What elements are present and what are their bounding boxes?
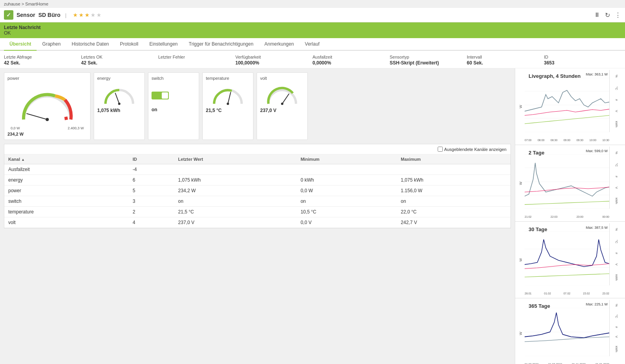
r-hash-4: # xyxy=(615,326,618,328)
stat-id: ID 3653 xyxy=(544,55,621,66)
r-temp-3: °C xyxy=(615,240,618,243)
table-header: Kanal ▲ ID Letzter Wert Minimum Maximum xyxy=(4,154,510,164)
chart-title-live: Livegraph, 4 Stunden xyxy=(529,73,581,79)
channels-table: Kanal ▲ ID Letzter Wert Minimum Maximum … xyxy=(4,154,510,228)
cell-maximum: 1,075 kWh xyxy=(397,175,510,186)
r-v-4: V xyxy=(615,336,618,338)
col-minimum[interactable]: Minimum xyxy=(297,154,397,164)
cell-letzter-wert: 237,0 V xyxy=(174,217,297,228)
y-axis-label-365tage: W xyxy=(519,332,523,335)
tab-graphen[interactable]: Graphen xyxy=(37,38,66,51)
tab-historische-daten[interactable]: Historische Daten xyxy=(66,38,115,51)
widget-temperature: temperature 21,5 °C xyxy=(202,72,253,140)
stat-intervall: Intervall 60 Sek. xyxy=(467,55,544,66)
svg-rect-29 xyxy=(525,231,609,285)
stat-ausfallzeit: Ausfallzeit 0,0000% xyxy=(312,55,390,66)
tab-anmerkungen[interactable]: Anmerkungen xyxy=(259,38,300,51)
cell-maximum: 242,7 V xyxy=(397,217,510,228)
r-hash-2: # xyxy=(615,176,618,177)
refresh-icon[interactable]: ↻ xyxy=(605,11,610,19)
r-pct-2: % xyxy=(615,151,618,154)
chart-svg-365tage: 200 150 xyxy=(525,308,609,356)
separator-icon: | xyxy=(65,12,66,18)
cell-kanal: Ausfallzeit xyxy=(4,164,129,175)
chart-max-30tage: Max: 387,5 W xyxy=(586,226,608,230)
chart-svg-live: 350 300 250 200 xyxy=(525,78,609,132)
hidden-channels-label[interactable]: Ausgeblendete Kanäle anzeigen xyxy=(438,147,507,152)
cell-letzter-wert: 21,5 °C xyxy=(174,207,297,217)
stat-letzte-abfrage: Letzte Abfrage 42 Sek. xyxy=(4,55,81,66)
stat-letzter-fehler: Letzter Fehler xyxy=(158,55,235,66)
tab-verlauf[interactable]: Verlauf xyxy=(300,38,325,51)
table-section: Ausgeblendete Kanäle anzeigen Kanal ▲ ID… xyxy=(4,144,511,228)
chart-livegraph: Livegraph, 4 Stunden Max: 363,1 W Min: 1… xyxy=(515,68,625,145)
chart-max-2tage: Max: 599,0 W xyxy=(586,149,608,153)
table-row: Ausfallzeit -4 xyxy=(4,164,510,175)
col-id[interactable]: ID xyxy=(129,154,174,164)
breadcrumb: zuhause > SmartHome xyxy=(0,0,625,8)
svg-rect-2 xyxy=(64,116,68,120)
tab-uebersicht[interactable]: Übersicht xyxy=(4,38,37,51)
r-pct-4: % xyxy=(615,304,618,307)
chart-svg-2tage: 600 400 200 100 xyxy=(525,154,609,209)
header-bar: ✓ Sensor SD Büro | ★ ★ ★ ★ ★ ⏸ ↻ ⋮ xyxy=(0,8,625,22)
table-row: power 5 234,2 W 0,0 W 1.156,0 W xyxy=(4,186,510,196)
svg-point-8 xyxy=(281,103,283,105)
volt-gauge xyxy=(260,82,304,108)
col-maximum[interactable]: Maximum xyxy=(397,154,510,164)
cell-minimum: on xyxy=(297,196,397,207)
svg-point-4 xyxy=(118,103,120,105)
widget-switch-title: switch xyxy=(152,76,196,81)
cell-kanal: energy xyxy=(4,175,129,186)
r-kwh-4: kWh xyxy=(615,346,618,352)
hidden-channels-text: Ausgeblendete Kanäle anzeigen xyxy=(444,147,507,152)
r-v-2: V xyxy=(615,187,618,189)
chart-svg-30tage: 300 200 100 xyxy=(525,231,609,285)
cell-id: 2 xyxy=(129,207,174,217)
star-2: ★ xyxy=(79,12,84,18)
tab-protokoll[interactable]: Protokoll xyxy=(115,38,144,51)
switch-value: on xyxy=(152,107,196,112)
tab-trigger[interactable]: Trigger für Benachrichtigungen xyxy=(183,38,259,51)
col-kanal[interactable]: Kanal ▲ xyxy=(4,154,129,164)
stats-row: Letzte Abfrage 42 Sek. Letztes OK 42 Sek… xyxy=(0,51,625,68)
cell-letzter-wert: 1,075 kWh xyxy=(174,175,297,186)
tab-einstellungen[interactable]: Einstellungen xyxy=(144,38,183,51)
widget-energy: energy 1,075 kWh xyxy=(94,72,145,140)
status-label: Letzte Nachricht xyxy=(4,25,621,30)
switch-toggle[interactable] xyxy=(152,92,169,99)
chart-title-365tage: 365 Tage xyxy=(529,303,550,309)
cell-id: 3 xyxy=(129,196,174,207)
status-value: OK xyxy=(4,30,621,36)
pause-icon[interactable]: ⏸ xyxy=(594,11,600,19)
gauge-labels: 0,0 W 2.400,3 W xyxy=(7,126,87,130)
energy-gauge xyxy=(97,82,141,108)
table-body: Ausfallzeit -4 energy 6 1,075 kWh 0 kWh … xyxy=(4,164,510,228)
chart-title-30tage: 30 Tage xyxy=(529,226,547,232)
right-label-volt: V xyxy=(615,110,618,112)
col-letzter-wert[interactable]: Letzter Wert xyxy=(174,154,297,164)
right-label-pct: % xyxy=(615,75,618,77)
cell-letzter-wert xyxy=(174,164,297,175)
right-label-kwh: kWh xyxy=(615,121,618,127)
volt-value: 237,0 V xyxy=(260,108,304,113)
r-temp-4: °C xyxy=(615,314,618,318)
chart-30tage: 30 Tage Max: 387,5 W Min: 110,8 W W % °C… xyxy=(515,222,625,298)
cell-maximum: 22,0 °C xyxy=(397,207,510,217)
cell-minimum xyxy=(297,164,397,175)
r-pct-3: % xyxy=(615,228,618,231)
table-row: volt 4 237,0 V 0,0 V 242,7 V xyxy=(4,217,510,228)
x-axis-live: 07:0008:0008:3009:0009:3010:0010:30 xyxy=(525,139,609,142)
status-bar: Letzte Nachricht OK xyxy=(0,22,625,38)
star-rating[interactable]: ★ ★ ★ ★ ★ xyxy=(73,12,102,18)
widgets-row: power xyxy=(4,72,511,140)
svg-line-7 xyxy=(282,94,289,104)
chart-365tage: 365 Tage Max: 225,1 W Min: 115,7 W W % °… xyxy=(515,298,625,364)
more-icon[interactable]: ⋮ xyxy=(615,11,621,19)
sort-arrow-kanal: ▲ xyxy=(21,158,25,162)
cell-minimum: 0 kWh xyxy=(297,175,397,186)
hidden-channels-checkbox[interactable] xyxy=(438,147,443,152)
cell-id: 4 xyxy=(129,217,174,228)
svg-point-1 xyxy=(46,118,49,121)
star-3: ★ xyxy=(85,12,90,18)
